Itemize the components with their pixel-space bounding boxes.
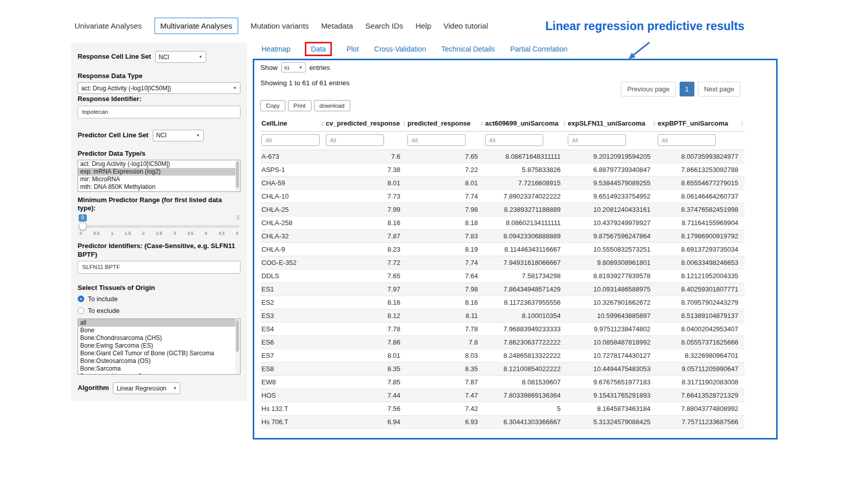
tab-partial-correlation[interactable]: Partial Correlation (510, 45, 567, 53)
cell-expbptf-unisarcoma: 8.71164155969904 (657, 216, 744, 230)
print-button[interactable]: Print (288, 100, 311, 111)
cell-cv-predicted-response: 6.94 (325, 416, 406, 429)
listbox-option[interactable]: Bone:Sarcoma (78, 365, 235, 373)
cell-expslfn11-unisarcoma: 9.97511238474802 (567, 323, 657, 336)
nav-item-video-tutorial[interactable]: Video tutorial (443, 21, 488, 30)
nav-item-univariate-analyses[interactable]: Univariate Analyses (75, 21, 142, 30)
scrollbar[interactable] (235, 161, 239, 191)
show-entries-suffix: entries (309, 64, 330, 71)
column-filter-input[interactable] (261, 134, 320, 146)
nav-item-search-ids[interactable]: Search IDs (365, 21, 403, 30)
cell-cellline: ES3 (260, 309, 325, 323)
column-header[interactable]: CellLine ▲▼ (260, 115, 325, 132)
cell-cv-predicted-response: 7.38 (325, 163, 406, 177)
response-data-type-select[interactable]: act: Drug Activity (-log10[IC50M]) ▼ (78, 82, 240, 94)
cell-expbptf-unisarcoma: 8.05557371625666 (657, 336, 744, 349)
predictor-cell-line-set-value: NCI (156, 132, 167, 139)
slider-tick-label: 2.5 (156, 231, 162, 236)
sort-icon: ▲▼ (321, 120, 324, 127)
listbox-option[interactable]: Bone:Chondrosarcoma (CHS) (78, 334, 235, 342)
nav-item-multivariate-analyses[interactable]: Multivariate Analyses (154, 17, 238, 34)
column-filter-input[interactable] (568, 134, 626, 146)
red-highlight-annotation: Data (305, 42, 332, 56)
response-identifier-input[interactable] (78, 106, 240, 118)
column-filter-input[interactable] (485, 134, 543, 146)
cell-cellline: ES6 (260, 336, 325, 349)
cell-cv-predicted-response: 7.73 (325, 190, 406, 203)
column-filter-input[interactable] (326, 134, 384, 146)
table-filter-row (260, 132, 744, 150)
listbox-option[interactable]: Bone:Osteosarcoma (OS) (78, 357, 235, 365)
tab-data[interactable]: Data (311, 45, 326, 53)
cell-act609699-unisarcoma: 7.7216608915 (484, 177, 567, 190)
column-header[interactable]: predicted_response ▲▼ (406, 115, 484, 132)
response-data-type-value: act: Drug Activity (-log10[IC50M]) (81, 85, 171, 92)
tab-cross-validation[interactable]: Cross-Validation (374, 45, 426, 53)
table-row: ES1 7.97 7.98 7.86434948571429 10.093148… (260, 283, 744, 296)
column-header[interactable]: expBPTF_uniSarcoma ▲▼ (657, 115, 744, 132)
cell-expbptf-unisarcoma: 8.65554677279015 (657, 177, 744, 190)
cell-expbptf-unisarcoma: 8.70957902443279 (657, 296, 744, 309)
listbox-option[interactable]: all (78, 319, 235, 327)
pagination: Previous page 1 Next page (621, 82, 740, 96)
tab-plot[interactable]: Plot (346, 45, 358, 53)
slider-track[interactable] (79, 225, 239, 228)
table-row: ES4 7.78 7.78 7.96883949233333 9.9751123… (260, 323, 744, 336)
cell-cellline: CHLA-9 (260, 243, 325, 256)
nav-item-mutation-variants[interactable]: Mutation variants (251, 21, 309, 30)
pagination-next-button[interactable]: Next page (698, 82, 740, 96)
cell-cellline: HOS (260, 389, 325, 402)
column-header[interactable]: expSLFN11_uniSarcoma ▲▼ (567, 115, 657, 132)
annotation-text: Linear regression predictive results (545, 19, 744, 33)
download-button[interactable]: download (314, 100, 350, 111)
cell-expbptf-unisarcoma: 8.37476582451998 (657, 203, 744, 216)
cell-act609699-unisarcoma: 7.581734298 (484, 270, 567, 283)
listbox-option[interactable]: mth: DNA 850K Methylation (78, 183, 235, 191)
response-cell-line-set-select[interactable]: NCI ▼ (155, 51, 206, 63)
entries-count-select[interactable]: 61 ▼ (281, 62, 306, 72)
cell-predicted-response: 8.03 (406, 349, 484, 362)
cell-expslfn11-unisarcoma: 8.81939277839578 (567, 270, 657, 283)
column-filter-input[interactable] (407, 134, 466, 146)
cell-expslfn11-unisarcoma: 9.53844579089255 (567, 177, 657, 190)
filter-cell (484, 132, 567, 150)
radio-to-exclude[interactable]: To exclude (78, 307, 240, 314)
column-header[interactable]: act609699_uniSarcoma ▲▼ (484, 115, 567, 132)
slider-value-tag: 0 (79, 214, 87, 222)
pagination-current-page[interactable]: 1 (680, 82, 694, 96)
tab-technical-details[interactable]: Technical Details (441, 45, 495, 53)
nav-item-help[interactable]: Help (416, 21, 431, 30)
cell-cellline: ES1 (260, 283, 325, 296)
cell-expslfn11-unisarcoma: 9.67675651977183 (567, 376, 657, 389)
cell-predicted-response: 8.16 (406, 296, 484, 309)
listbox-option[interactable]: Bone:Ewing Sarcoma (ES) (78, 342, 235, 350)
slider-handle[interactable] (79, 222, 87, 230)
scrollbar[interactable] (235, 320, 239, 374)
listbox-option[interactable]: Bone:Giant Cell Tumor of Bone (GCTB) Sar… (78, 350, 235, 357)
cell-expslfn11-unisarcoma: 10.0931486588975 (567, 283, 657, 296)
copy-button[interactable]: Copy (260, 100, 285, 111)
listbox-option[interactable]: Bone (78, 327, 235, 334)
tissue-origin-label: Select Tissue/s of Origin (78, 284, 240, 292)
listbox-option[interactable]: mir: MicroRNA (78, 176, 235, 183)
pagination-previous-button[interactable]: Previous page (621, 82, 676, 96)
listbox-option[interactable]: exp: mRNA Expression (log2) (78, 168, 235, 176)
predictor-identifiers-input[interactable] (78, 261, 240, 274)
column-filter-input[interactable] (658, 134, 716, 146)
tab-heatmap[interactable]: Heatmap (261, 45, 291, 53)
listbox-option[interactable]: Peripheral_Nervous_System (78, 373, 235, 375)
predictor-cell-line-set-label: Predictor Cell Line Set (78, 131, 149, 139)
scrollbar-thumb[interactable] (236, 320, 239, 352)
radio-to-include[interactable]: To include (78, 295, 240, 303)
nav-item-metadata[interactable]: Metadata (321, 21, 353, 30)
cell-cellline: CHLA-25 (260, 203, 325, 216)
cell-cv-predicted-response: 8.16 (325, 216, 406, 230)
predictor-cell-line-set-select[interactable]: NCI ▼ (153, 130, 204, 141)
radio-to-include-label: To include (88, 295, 118, 303)
algorithm-select[interactable]: Linear Regression ▼ (113, 382, 180, 394)
scrollbar-thumb[interactable] (236, 161, 239, 188)
cell-act609699-unisarcoma: 8.11723637955556 (484, 296, 567, 309)
listbox-option[interactable]: act: Drug Activity (-log10[IC50M]) (78, 160, 235, 168)
cell-predicted-response: 7.74 (406, 190, 484, 203)
column-header[interactable]: cv_predicted_response ▲▼ (325, 115, 406, 132)
